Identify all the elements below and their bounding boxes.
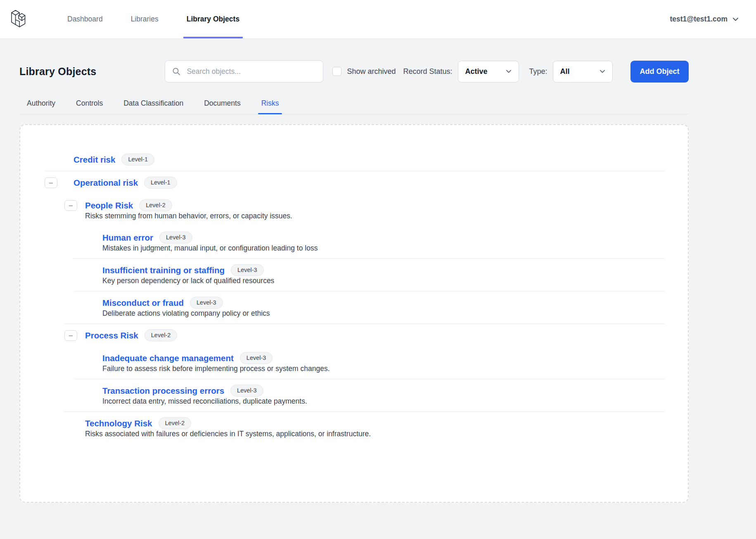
risk-tree-panel: Credit risk Level-1 – Operational risk L… [19,124,689,503]
nav-item-dashboard[interactable]: Dashboard [53,0,117,38]
toolbar: Library Objects Show archived Record Sta… [19,60,689,83]
tab-data-classification[interactable]: Data Classification [116,99,191,114]
level-badge: Level-2 [145,329,178,341]
risk-description: Mistakes in judgment, manual input, or c… [102,244,665,258]
risk-link[interactable]: Inadequate change management [102,353,234,363]
level-badge: Level-2 [159,417,192,429]
add-object-button[interactable]: Add Object [630,61,689,83]
nav-item-library-objects[interactable]: Library Objects [173,0,254,38]
record-status-label: Record Status: [403,67,452,76]
collapse-toggle-minus-icon[interactable]: – [64,200,77,211]
user-email: test1@test1.com [670,15,728,24]
tab-controls[interactable]: Controls [69,99,110,114]
user-menu[interactable]: test1@test1.com [670,0,739,38]
chevron-down-icon [732,17,739,21]
search-box[interactable] [165,60,323,83]
show-archived-control: Show archived [332,67,396,76]
level-badge: Level-1 [121,154,154,165]
level-badge: Level-1 [144,177,177,189]
app-logo[interactable] [11,0,29,38]
level-badge: Level-3 [190,297,223,309]
tree-node-misconduct-fraud: Misconduct or fraud Level-3 Deliberate a… [20,291,665,324]
record-status-value: Active [465,67,488,76]
tab-documents[interactable]: Documents [197,99,248,114]
show-archived-checkbox[interactable] [332,67,341,76]
tree-node-insufficient-training: Insufficient training or staffing Level-… [20,259,665,291]
tree-node-inadequate-change-management: Inadequate change management Level-3 Fai… [20,347,665,379]
top-nav-bar: Dashboard Libraries Library Objects test… [0,0,756,39]
primary-nav: Dashboard Libraries Library Objects [53,0,254,38]
page-title: Library Objects [19,66,96,78]
risk-description: Deliberate actions violating company pol… [102,309,665,324]
search-icon [172,67,180,76]
level-badge: Level-3 [159,232,192,243]
risk-link[interactable]: Transaction processing errors [102,386,224,396]
chevron-down-icon [506,70,512,73]
collapse-toggle-minus-icon[interactable]: – [45,177,57,188]
risk-link[interactable]: Credit risk [73,155,115,165]
tree-node-transaction-processing-errors: Transaction processing errors Level-3 In… [20,379,665,411]
show-archived-label: Show archived [347,67,396,76]
search-input[interactable] [186,67,316,76]
type-value: All [560,67,570,76]
laravel-logo-icon [11,9,29,29]
risk-description: Failure to assess risk before implementi… [102,364,665,379]
risk-link[interactable]: Process Risk [85,331,138,340]
risk-link[interactable]: Human error [102,233,153,243]
risk-link[interactable]: People Risk [85,201,133,210]
tree-node-people-risk: – People Risk Level-2 Risks stemming fro… [20,194,665,226]
nav-item-libraries[interactable]: Libraries [117,0,173,38]
tree-node-human-error: Human error Level-3 Mistakes in judgment… [20,226,665,258]
tab-authority[interactable]: Authority [19,99,63,114]
chevron-down-icon [600,70,605,73]
object-type-tabs: Authority Controls Data Classification D… [19,99,689,114]
tab-risks[interactable]: Risks [254,99,287,114]
level-badge: Level-3 [231,264,264,276]
level-badge: Level-3 [230,385,263,397]
risk-link[interactable]: Operational risk [73,178,138,188]
type-label: Type: [529,67,547,76]
record-status-select[interactable]: Active [458,61,519,83]
tree-node-credit-risk: Credit risk Level-1 [20,148,665,171]
tree-node-operational-risk: – Operational risk Level-1 [20,171,665,194]
risk-description: Key person dependency or lack of qualifi… [102,277,665,291]
level-badge: Level-3 [240,352,273,364]
tree-node-technology-risk: Technology Risk Level-2 Risks associated… [20,412,665,444]
risk-link[interactable]: Insufficient training or staffing [102,265,225,275]
risk-description: Incorrect data entry, missed reconciliat… [102,397,665,411]
collapse-toggle-minus-icon[interactable]: – [64,330,77,341]
risk-link[interactable]: Technology Risk [85,418,152,428]
risk-description: Risks associated with failures or defici… [85,430,665,444]
risk-link[interactable]: Misconduct or fraud [102,298,184,308]
tree-node-process-risk: – Process Risk Level-2 [20,324,665,347]
level-badge: Level-2 [139,199,172,211]
risk-description: Risks stemming from human behavior, erro… [85,212,665,226]
type-select[interactable]: All [553,61,613,83]
